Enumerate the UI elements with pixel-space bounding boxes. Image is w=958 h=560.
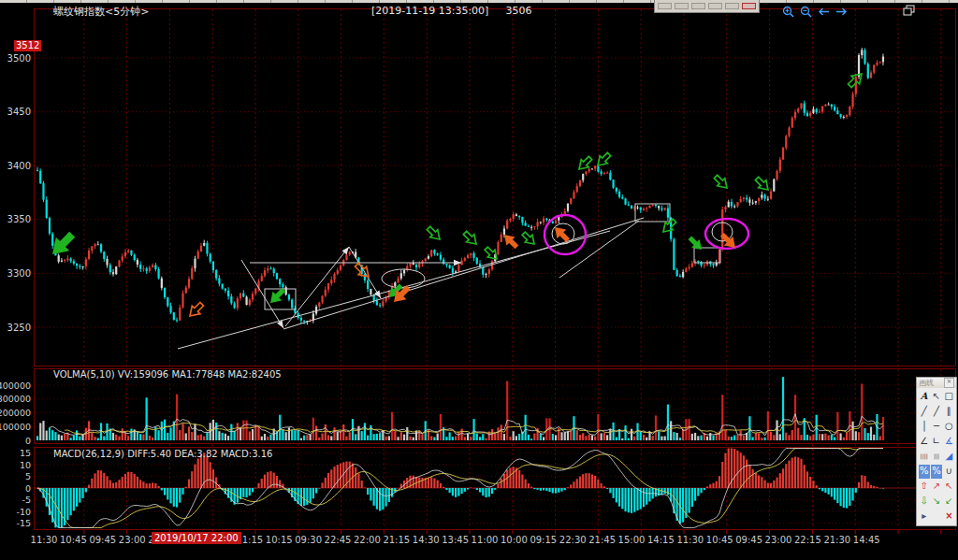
zoom-in-icon[interactable]: [782, 6, 794, 18]
time-axis-label: 21:30: [823, 535, 850, 545]
time-axis-label: 22:30: [559, 535, 587, 545]
green-arrow-sw-tool[interactable]: ↙: [943, 495, 954, 509]
time-axis-label: 21:15: [383, 535, 410, 545]
cycle-lines-tool[interactable]: |||: [931, 450, 942, 464]
green-arrow-se-tool[interactable]: ↘: [931, 495, 942, 509]
time-axis-label: 09:45: [89, 535, 116, 545]
toolbar-button-3[interactable]: [691, 3, 705, 9]
trend-line: [285, 247, 349, 326]
toolbar-button-4[interactable]: [708, 3, 722, 9]
chart-canvas[interactable]: 3500345034003350330032504000003000002000…: [0, 0, 958, 560]
percent-vlines-tool[interactable]: ||||: [919, 450, 930, 464]
horizontal-line-tool[interactable]: ─: [931, 420, 942, 434]
pan-right-icon[interactable]: [835, 7, 848, 17]
macd-axis-label: 5: [25, 471, 31, 481]
volume-axis-label: 100000: [0, 422, 31, 432]
parallel-line-tool[interactable]: ∥: [943, 405, 954, 419]
macd-axis-label: 0: [25, 483, 31, 494]
orange-signal-arrow: [555, 227, 570, 242]
macd-axis-label: 10: [20, 460, 31, 470]
gann-fan-tool[interactable]: ◢: [943, 450, 954, 464]
fibonacci-tool[interactable]: %: [919, 465, 930, 479]
reverse-angle-tool[interactable]: ∟: [931, 435, 942, 449]
chart-nav-toolbar: [782, 6, 848, 18]
window-top-edge: [0, 0, 958, 3]
angle-tool[interactable]: ∠: [919, 435, 930, 449]
line-arrowhead: [342, 247, 349, 254]
time-axis-label: 14:30: [413, 535, 440, 545]
volume-bars: [36, 377, 884, 440]
floating-toolbar: [654, 0, 760, 13]
arrow-nw-tool[interactable]: ↖: [931, 390, 942, 404]
macd-indicator-label: MACD(26,12,9) DIFF:5.40 DEA:3.82 MACD:3.…: [53, 449, 272, 459]
volume-axis-label: 200000: [0, 408, 31, 418]
readout-price: 3506: [505, 5, 531, 17]
price-axis-label: 3500: [7, 53, 31, 64]
delete-tool[interactable]: ×: [943, 510, 954, 524]
trading-terminal: 3500345034003350330032504000003000002000…: [0, 0, 958, 560]
time-axis-label: 22:45: [325, 535, 352, 545]
time-axis-label: 09:45: [735, 535, 762, 545]
close-icon[interactable]: ×: [944, 378, 954, 388]
green-signal-arrow: [579, 156, 592, 169]
time-axis-label: 11:30: [31, 535, 58, 545]
macd-axis-label: 15: [20, 448, 31, 458]
time-axis-label: 10:45: [706, 535, 733, 545]
green-signal-arrow: [522, 232, 534, 244]
trend-line-tool[interactable]: ╱: [919, 405, 930, 419]
macd-axis-label: -5: [22, 495, 31, 505]
line-arrowhead: [454, 260, 461, 266]
time-axis-label: 10:45: [60, 535, 87, 545]
toolbar-button-6[interactable]: [742, 3, 756, 9]
chart-title: 螺纹钢指数<5分钟>: [53, 5, 149, 19]
time-axis-label: 10:15: [266, 535, 293, 545]
pointer-tool[interactable]: ▸: [919, 510, 930, 524]
annotations: [52, 74, 862, 349]
time-axis-label: 22:00: [354, 535, 381, 545]
readout-timestamp: [2019-11-19 13:35:00]: [371, 5, 488, 17]
toolbar-button-2[interactable]: [675, 3, 689, 9]
green-arrow-down-tool[interactable]: ⇩: [919, 495, 930, 509]
draw-toolbar: 画线 × A↖□╱╱∥│─○∠∟∡|||||||◢%%∪⇧↗↖⇩↘↙▸×: [916, 377, 957, 526]
golden-angle-tool[interactable]: ∡: [943, 435, 954, 449]
green-signal-arrow: [714, 175, 727, 188]
time-axis-label: 11:00: [472, 535, 499, 545]
vertical-line-tool[interactable]: │: [919, 420, 930, 434]
volume-axis-label: 300000: [0, 394, 31, 404]
blank: [931, 510, 942, 524]
trend-line: [349, 247, 381, 298]
toolbar-button-5[interactable]: [725, 3, 739, 9]
percent-retrace-tool[interactable]: %: [931, 465, 942, 479]
rectangle-tool[interactable]: □: [943, 390, 954, 404]
price-axis-label: 3350: [7, 214, 31, 224]
time-axis-label: 11:30: [676, 535, 704, 545]
trend-line: [559, 221, 639, 278]
toolbar-button-1[interactable]: [658, 3, 672, 9]
green-signal-arrow: [427, 226, 440, 239]
draw-toolbar-grid: A↖□╱╱∥│─○∠∟∡|||||||◢%%∪⇧↗↖⇩↘↙▸×: [917, 388, 956, 525]
time-axis-label: 10:00: [501, 535, 528, 545]
pan-left-icon[interactable]: [818, 7, 830, 17]
arc-tool[interactable]: ∪: [943, 465, 954, 479]
price-axis-label: 3400: [7, 161, 31, 171]
time-axis-label: 14:45: [853, 535, 880, 545]
red-arrow-ne-tool[interactable]: ↗: [931, 480, 942, 494]
green-signal-arrow: [52, 232, 75, 254]
green-signal-arrow: [755, 177, 768, 190]
red-arrow-up-tool[interactable]: ⇧: [919, 480, 930, 494]
orange-signal-arrow: [190, 303, 204, 317]
green-signal-arrow: [270, 288, 285, 303]
orange-signal-arrow: [504, 235, 518, 249]
price-badge: 3512: [14, 40, 41, 51]
segment-tool[interactable]: ╱: [931, 405, 942, 419]
price-axis-label: 3300: [7, 268, 31, 279]
zoom-out-icon[interactable]: [800, 6, 812, 18]
candlesticks: [36, 48, 884, 324]
red-arrow-nw-tool[interactable]: ↖: [943, 480, 954, 494]
green-signal-arrow: [463, 231, 476, 244]
price-axis-label: 3250: [7, 323, 31, 333]
restore-window-icon[interactable]: [903, 5, 916, 17]
volume-axis-label: 400000: [0, 381, 31, 391]
ellipse-tool[interactable]: ○: [943, 420, 954, 434]
text-tool[interactable]: A: [919, 390, 930, 404]
